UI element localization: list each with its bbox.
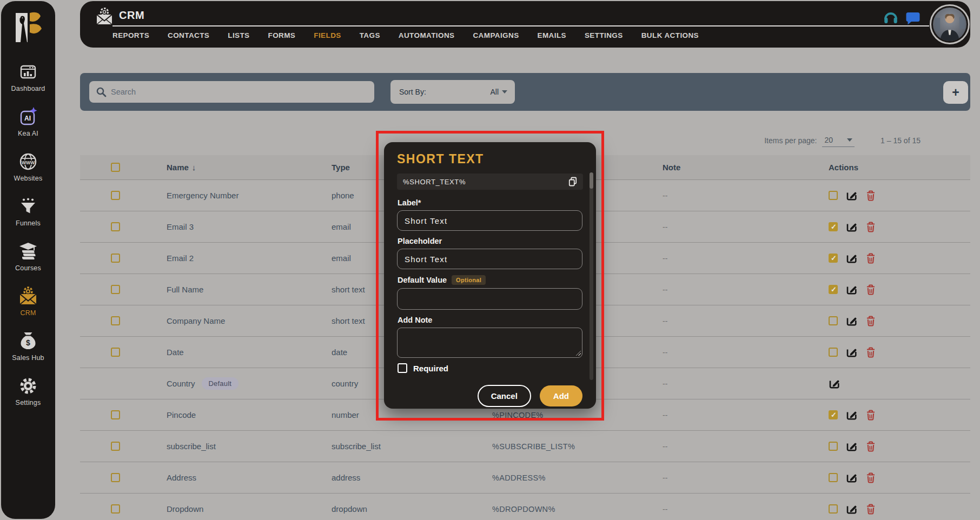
action-checkbox[interactable] [829,348,838,357]
column-header-note: Note [663,163,829,172]
edit-icon[interactable] [846,252,857,264]
select-all-checkbox[interactable] [111,163,120,172]
edit-icon[interactable] [846,190,857,201]
tab-fields[interactable]: FIELDS [314,31,341,39]
sidebar-item-sales-hub[interactable]: $ Sales Hub [2,331,54,362]
placeholder-input[interactable] [397,249,582,269]
search-icon [96,86,107,97]
sidebar: Dashboard AI Kea AI WWW Websites Funnels… [1,1,55,519]
support-headset-icon[interactable] [883,10,899,26]
action-checkbox[interactable] [829,222,838,231]
tab-tags[interactable]: TAGS [360,31,380,39]
resize-grip[interactable] [576,351,581,356]
delete-icon[interactable] [865,315,876,326]
tab-campaigns[interactable]: CAMPAIGNS [473,31,519,39]
pagination-range: 1 – 15 of 15 [880,136,921,145]
edit-icon[interactable] [846,409,857,421]
sidebar-item-settings[interactable]: Settings [2,376,54,406]
row-checkbox[interactable] [111,222,120,231]
edit-icon[interactable] [846,472,857,483]
edit-icon[interactable] [846,503,857,515]
field-name: Country [167,379,195,388]
row-checkbox[interactable] [111,254,120,263]
delete-icon[interactable] [865,284,876,295]
action-checkbox[interactable] [829,473,838,482]
delete-icon[interactable] [865,472,876,483]
tab-emails[interactable]: EMAILS [538,31,566,39]
delete-icon[interactable] [865,252,876,264]
tab-settings[interactable]: SETTINGS [585,31,623,39]
sidebar-item-courses[interactable]: Courses [2,241,54,272]
edit-icon[interactable] [846,221,857,232]
label-input[interactable] [397,210,582,231]
field-name: Dropdown [167,504,203,514]
delete-icon[interactable] [865,221,876,232]
add-field-button[interactable]: + [943,81,968,104]
sidebar-item-funnels[interactable]: Funnels [2,196,54,227]
field-note: -- [663,474,829,482]
scrollbar-thumb[interactable] [590,172,593,189]
search-input[interactable] [111,88,368,96]
field-note: -- [663,191,829,200]
field-note: -- [663,348,829,357]
delete-icon[interactable] [865,441,876,452]
row-checkbox[interactable] [111,348,120,357]
row-checkbox[interactable] [111,504,120,514]
field-note: -- [663,442,829,451]
add-button[interactable]: Add [540,385,582,406]
action-checkbox[interactable] [829,442,838,451]
sidebar-item-crm[interactable]: CRM [2,286,54,317]
chevron-down-icon [847,138,852,142]
edit-icon[interactable] [846,441,857,452]
row-checkbox[interactable] [111,410,120,419]
label-field-label: Label* [398,198,583,207]
delete-icon[interactable] [865,190,876,201]
page-title: CRM [119,9,144,22]
copy-icon[interactable] [568,177,577,186]
sidebar-item-websites[interactable]: WWW Websites [2,151,54,182]
app-logo[interactable] [10,11,46,45]
note-textarea[interactable] [397,328,582,358]
action-checkbox[interactable] [829,285,838,294]
modal-scrollbar[interactable] [590,172,593,380]
delete-icon[interactable] [865,409,876,421]
row-checkbox[interactable] [111,285,120,294]
row-checkbox[interactable] [111,191,120,200]
row-checkbox[interactable] [111,442,120,451]
tab-reports[interactable]: REPORTS [112,31,149,39]
delete-icon[interactable] [865,503,876,515]
edit-icon[interactable] [846,346,857,358]
edit-icon[interactable] [846,284,857,295]
websites-icon: WWW [18,151,38,172]
field-note: -- [663,223,829,231]
edit-icon[interactable] [846,315,857,326]
field-tag: %SUBSCRIBE_LIST% [492,442,663,451]
row-checkbox[interactable] [111,316,120,325]
edit-icon[interactable] [829,378,840,389]
default-value-input[interactable] [397,288,582,310]
action-checkbox[interactable] [829,410,838,419]
chat-icon[interactable] [905,11,921,26]
action-checkbox[interactable] [829,316,838,325]
svg-text:$: $ [26,338,30,347]
action-checkbox[interactable] [829,191,838,200]
sidebar-item-kea-ai[interactable]: AI Kea AI [2,106,54,137]
field-name: Full Name [167,285,203,294]
avatar[interactable] [930,4,970,44]
cancel-button[interactable]: Cancel [478,385,531,407]
items-per-page-select[interactable]: 20 [822,135,855,147]
tab-bulk-actions[interactable]: BULK ACTIONS [641,31,699,39]
required-checkbox[interactable] [398,363,407,373]
delete-icon[interactable] [865,346,876,358]
action-checkbox[interactable] [829,504,838,514]
column-header-name[interactable]: Name [167,163,189,172]
row-checkbox[interactable] [111,473,120,482]
tab-lists[interactable]: LISTS [228,31,249,39]
sidebar-item-dashboard[interactable]: Dashboard [2,62,54,92]
sort-by-dropdown[interactable]: Sort By: All [390,80,515,104]
sort-descending-arrow: ↓ [192,163,196,172]
tab-forms[interactable]: FORMS [268,31,296,39]
tab-automations[interactable]: AUTOMATIONS [399,31,455,39]
action-checkbox[interactable] [829,254,838,263]
tab-contacts[interactable]: CONTACTS [168,31,209,39]
